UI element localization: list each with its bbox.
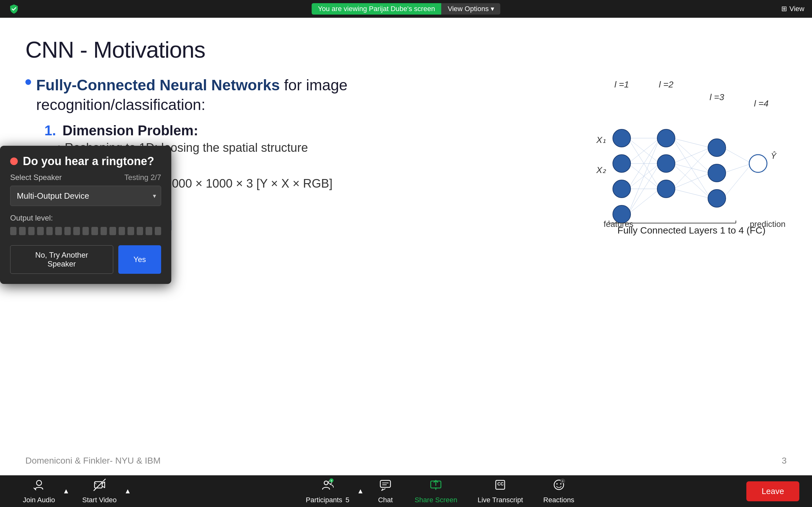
svg-text:+: + — [562, 480, 564, 483]
bullet-text: Fully-Connected Neural Networks for imag… — [36, 75, 444, 115]
view-icon: ⊞ — [781, 5, 787, 13]
chevron-down-icon: ▾ — [491, 5, 494, 13]
join-audio-label: Join Audio — [23, 496, 55, 504]
reactions-icon: + — [553, 478, 565, 494]
testing-label: Testing 2/7 — [124, 173, 161, 182]
speaker-select-wrapper: Multi-Output Device ▾ — [10, 186, 161, 206]
volume-bars — [10, 227, 161, 235]
toolbar-group-right: Leave — [746, 481, 799, 501]
slide-title: CNN - Motivations — [26, 37, 786, 63]
video-icon — [93, 478, 106, 494]
leave-button[interactable]: Leave — [746, 481, 799, 501]
svg-text:l =2: l =2 — [659, 79, 673, 89]
share-screen-icon — [429, 478, 442, 494]
modal-header: Do you hear a ringtone? — [0, 146, 171, 173]
participants-icon: 5 — [321, 478, 334, 494]
reactions-button[interactable]: + Reactions — [533, 476, 585, 507]
svg-rect-56 — [380, 481, 391, 487]
svg-point-47 — [37, 481, 42, 486]
svg-point-40 — [708, 139, 726, 157]
svg-point-37 — [657, 129, 675, 147]
join-audio-button[interactable]: Join Audio — [13, 476, 65, 507]
participants-arrow[interactable]: ▲ — [354, 485, 366, 498]
screen-share-notification: You are viewing Parijat Dube's screen Vi… — [311, 3, 500, 14]
vol-bar-13 — [119, 227, 125, 235]
audio-modal: Do you hear a ringtone? Select Speaker T… — [0, 146, 171, 284]
vol-bar-15 — [137, 227, 143, 235]
vol-bar-7 — [64, 227, 71, 235]
live-transcript-button[interactable]: CC Live Transcript — [467, 476, 533, 507]
speaker-select[interactable]: Multi-Output Device — [10, 186, 161, 206]
svg-line-30 — [723, 148, 752, 164]
toolbar-group-left: Join Audio ▲ Start Video ▲ — [13, 476, 134, 507]
shield-icon — [8, 3, 20, 15]
footer-right: 3 — [781, 456, 786, 466]
nn-svg: l =1 l =2 l =3 l =4 X₁ X₂ features predi… — [590, 75, 793, 233]
bullet-dot — [26, 79, 31, 85]
svg-point-33 — [613, 129, 630, 147]
chat-icon — [379, 478, 392, 494]
start-video-button[interactable]: Start Video — [72, 476, 126, 507]
svg-point-36 — [613, 205, 630, 223]
vol-bar-4 — [37, 227, 44, 235]
top-bar: You are viewing Parijat Dube's screen Vi… — [0, 0, 812, 18]
vol-bar-1 — [10, 227, 16, 235]
vol-bar-14 — [128, 227, 134, 235]
vol-bar-2 — [19, 227, 26, 235]
svg-point-35 — [613, 180, 630, 198]
chat-button[interactable]: Chat — [366, 476, 404, 507]
svg-text:l =1: l =1 — [614, 79, 629, 89]
modal-body: Select Speaker Testing 2/7 Multi-Output … — [0, 173, 171, 284]
svg-point-66 — [560, 483, 561, 485]
svg-line-31 — [723, 164, 752, 173]
vol-bar-3 — [28, 227, 35, 235]
no-button[interactable]: No, Try Another Speaker — [10, 245, 113, 274]
share-screen-button[interactable]: Share Screen — [404, 476, 467, 507]
speaker-row: Select Speaker Testing 2/7 — [10, 173, 161, 182]
svg-point-41 — [708, 164, 726, 182]
svg-line-51 — [94, 479, 105, 491]
main-bullet: Fully-Connected Neural Networks for imag… — [26, 75, 444, 115]
vol-bar-10 — [91, 227, 98, 235]
screen-share-text: You are viewing Parijat Dube's screen — [311, 3, 441, 14]
view-options-button[interactable]: View Options ▾ — [441, 3, 500, 14]
svg-point-39 — [657, 180, 675, 198]
vol-bar-11 — [101, 227, 107, 235]
svg-text:l =3: l =3 — [710, 92, 724, 102]
slide-footer: Domeniconi & Finkler- NYU & IBM 3 — [0, 456, 812, 466]
svg-line-24 — [672, 148, 711, 164]
svg-line-20 — [628, 189, 660, 214]
neural-network-diagram: l =1 l =2 l =3 l =4 X₁ X₂ features predi… — [590, 75, 793, 233]
svg-text:5: 5 — [331, 480, 333, 482]
participants-button[interactable]: 5 Participants 5 — [296, 476, 359, 507]
svg-line-27 — [672, 148, 711, 189]
vol-bar-8 — [73, 227, 80, 235]
footer-left: Domeniconi & Finkler- NYU & IBM — [26, 456, 160, 466]
yes-button[interactable]: Yes — [118, 245, 161, 274]
audio-icon — [33, 478, 45, 494]
view-button[interactable]: ⊞ View — [781, 5, 804, 13]
svg-line-28 — [672, 173, 711, 189]
svg-text:l =4: l =4 — [754, 99, 768, 108]
svg-point-38 — [657, 155, 675, 172]
modal-buttons: No, Try Another Speaker Yes — [10, 245, 161, 274]
bullet-bold: Fully-Connected Neural Networks — [36, 77, 280, 94]
nn-caption: Fully Connected Layers 1 to 4 (FC) — [590, 225, 793, 236]
live-transcript-icon: CC — [494, 478, 507, 494]
vol-bar-6 — [55, 227, 61, 235]
svg-point-52 — [324, 481, 328, 485]
vol-bar-9 — [83, 227, 89, 235]
svg-point-65 — [556, 483, 558, 485]
vol-bar-16 — [146, 227, 152, 235]
join-audio-arrow[interactable]: ▲ — [60, 485, 72, 498]
speaker-label: Select Speaker — [10, 173, 62, 182]
output-label: Output level: — [10, 214, 161, 222]
svg-line-29 — [672, 189, 711, 199]
vol-bar-5 — [46, 227, 53, 235]
svg-point-34 — [613, 155, 630, 172]
view-options-label: View Options — [448, 5, 489, 13]
vol-bar-17 — [155, 227, 161, 235]
svg-line-32 — [723, 164, 752, 199]
modal-close-button[interactable] — [10, 158, 18, 165]
start-video-arrow[interactable]: ▲ — [122, 485, 134, 498]
